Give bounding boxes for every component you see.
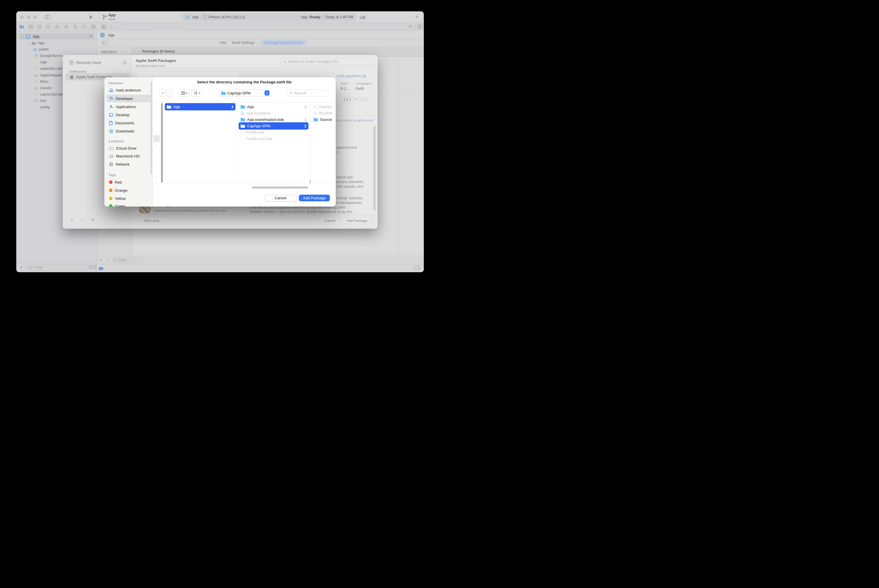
recently-used-item[interactable]: Recently Used (76, 60, 101, 65)
github-link[interactable]: github.com (357, 118, 373, 122)
dialog-cancel-button[interactable]: Cancel (320, 217, 340, 224)
packages-filter-field[interactable] (112, 257, 142, 263)
tree-row[interactable]: App (34, 59, 47, 65)
sidebar-item-tag-green[interactable]: Green (107, 202, 151, 207)
sidebar-item-desktop[interactable]: Desktop (107, 111, 151, 118)
toggle-navigator-icon[interactable] (45, 15, 50, 19)
go-forward-icon[interactable]: › (117, 25, 118, 29)
entitlements-icon (34, 60, 38, 64)
test-navigator-icon[interactable] (64, 25, 68, 29)
sidebar-item-tag-orange[interactable]: Orange (107, 186, 151, 194)
package-url-search-input[interactable] (288, 59, 371, 64)
chevron-down-icon[interactable]: ⌄ (138, 50, 140, 53)
add-local-button[interactable]: Add Local... (140, 217, 165, 224)
location-popup[interactable]: CapApp-SPM ▲▼ (219, 90, 270, 96)
run-button[interactable] (90, 15, 93, 19)
go-back-icon[interactable]: ‹ (111, 25, 112, 29)
packages-filter-input[interactable] (119, 258, 140, 262)
readme-file-icon (313, 111, 317, 116)
package-url-search-field[interactable] (280, 57, 374, 65)
sidebar-item-documents[interactable]: Documents (107, 119, 151, 127)
forward-button[interactable]: › (167, 90, 173, 96)
tab-info[interactable]: Info (220, 40, 226, 45)
tree-row[interactable]: › public (30, 46, 49, 52)
breadcrumb[interactable]: A App (100, 32, 114, 38)
tab-build-settings[interactable]: Build Settings (232, 40, 254, 45)
find-navigator-icon[interactable] (46, 25, 50, 29)
sidebar-item-macintosh-hd[interactable]: Macintosh HD (107, 152, 151, 160)
project-navigator-icon[interactable] (19, 25, 24, 28)
back-button[interactable]: ‹ (159, 90, 166, 96)
tree-row[interactable]: AppDelegate (34, 72, 62, 78)
minimize-window-button[interactable] (27, 15, 30, 19)
version-min-field[interactable]: 1.2.1 (341, 97, 353, 102)
picker-search-input[interactable] (295, 91, 327, 95)
sidebar-scrollbar[interactable] (150, 81, 152, 174)
issue-navigator-icon[interactable] (55, 25, 59, 28)
tree-row[interactable]: Info (34, 98, 47, 104)
dialog-add-package-button[interactable]: Add Package (343, 217, 371, 224)
sidebar-item-home[interactable]: mark.anderson (107, 86, 151, 94)
sidebar-item-tag-yellow[interactable]: Yellow (107, 195, 151, 202)
zoom-window-button[interactable] (33, 15, 37, 19)
tree-row[interactable]: LaunchScreen (34, 91, 65, 98)
editor-arrange-icon[interactable] (408, 25, 413, 28)
sidebar-item-icloud[interactable]: iCloud Drive (107, 144, 151, 152)
picker-add-package-button[interactable]: Add Package (299, 195, 330, 201)
detail-scrollbar[interactable] (374, 126, 376, 210)
chevron-down-icon[interactable]: ⌄ (21, 35, 24, 38)
branch-name-label[interactable]: main (108, 17, 116, 21)
close-window-button[interactable] (20, 15, 24, 19)
add-collection-plus-icon[interactable]: + (71, 217, 73, 223)
sidebar-item-applications[interactable]: Applications (107, 103, 151, 110)
divider (377, 93, 424, 93)
picker-search-field[interactable] (287, 90, 329, 96)
bookmark-navigator-icon[interactable] (38, 25, 41, 29)
filter-options-icon[interactable] (28, 266, 34, 270)
tree-row[interactable]: {“} capacitor.con (34, 65, 63, 72)
add-package-plus-icon[interactable]: + (99, 257, 102, 262)
add-editor-plus-icon[interactable]: + (415, 14, 419, 20)
sidebar-item-developer[interactable]: Developer (107, 95, 151, 102)
remove-package-minus-icon[interactable]: − (107, 257, 109, 262)
column2-row-app[interactable]: App ❯ (165, 103, 236, 110)
picker-cancel-button[interactable]: Cancel (264, 195, 296, 201)
remove-collection-minus-icon[interactable]: − (81, 217, 84, 222)
sidebar-item-tag-red[interactable]: Red (107, 178, 151, 186)
refresh-icon[interactable]: ↻ (91, 217, 95, 222)
tab-package-dependencies[interactable]: Package Dependencies (261, 39, 306, 46)
group-options-button[interactable]: ▾ (191, 90, 202, 96)
tab-overview-icon[interactable] (101, 25, 106, 29)
add-item-plus-icon[interactable]: + (20, 265, 23, 270)
grouping-icon (194, 91, 198, 95)
debug-navigator-icon[interactable] (73, 25, 77, 29)
horizontal-scrollbar[interactable] (252, 186, 308, 189)
sidebar-item-downloads[interactable]: Downloads (107, 127, 151, 135)
tree-row[interactable]: ⌄ App (27, 40, 45, 46)
parent-selected-chevron[interactable]: › (153, 135, 160, 142)
navigator-filter-field[interactable] (26, 264, 87, 271)
tree-row[interactable]: config (34, 104, 50, 110)
add-editor-split-icon[interactable] (418, 24, 422, 29)
column3-row[interactable]: Podfile.lock.bak (239, 135, 308, 142)
recent-files-clock-icon[interactable] (89, 265, 93, 269)
version-max-field[interactable]: 2.0.0 (358, 97, 370, 102)
breakpoint-navigator-icon[interactable] (82, 25, 87, 28)
sidebar-item-network[interactable]: Network (107, 160, 151, 168)
hide-project-sidebar-icon[interactable] (102, 41, 107, 45)
column-scrollbar[interactable] (161, 103, 163, 183)
repo-link[interactable]: /swift-algorithms.git (336, 74, 366, 78)
navigator-filter-input[interactable] (35, 266, 85, 270)
source-control-navigator-icon[interactable] (29, 25, 33, 29)
tree-row[interactable]: Assets (34, 85, 51, 91)
editor-only-layout-icon[interactable] (414, 266, 420, 270)
run-destination-bar[interactable]: ✕ App 〉 iPhone 16 Pro (18.3.1) App: Read… (182, 13, 356, 21)
tree-row[interactable]: GoogleServic (34, 52, 63, 58)
stars-value: 6.1... (341, 86, 349, 91)
column4-row-sources[interactable]: Source (312, 116, 336, 123)
report-navigator-icon[interactable] (92, 25, 95, 29)
column-resize-handle[interactable] (308, 180, 311, 184)
column-view-button[interactable]: ▾ (179, 90, 190, 96)
tree-row[interactable]: Main (34, 78, 48, 84)
scheme-project-label[interactable]: App (108, 13, 116, 17)
